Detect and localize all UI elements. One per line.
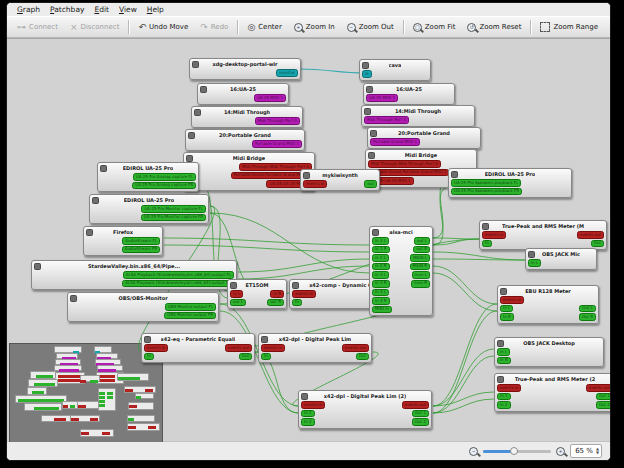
node-x42-dpl-digital-peak-lim-2[interactable]: x42-dpl - Digital Peak Lim (2)events ine… <box>298 390 432 429</box>
zoom-range-button[interactable]: Zoom Range <box>534 20 604 34</box>
spin-steppers[interactable]: ▲▼ <box>596 447 599 455</box>
port-midi[interactable]: Midi Through Port-0 <box>364 116 409 124</box>
node-collapse-icon[interactable] <box>192 61 199 68</box>
node-x42-dpl-digital-peak-lim[interactable]: x42-dpl - Digital Peak Limevents inevent… <box>258 333 372 363</box>
port-audio[interactable]: In <box>144 353 154 361</box>
port-audio[interactable]: OBS Monitor:output FL <box>165 303 216 311</box>
port-event[interactable]: events in <box>303 180 327 188</box>
node-20-portable-grand[interactable]: 20:Portable GrandPortable Grand MIDI 1 <box>185 129 305 151</box>
patchbay-canvas[interactable]: xdg-desktop-portal-wlrmonitorcavain16:UA… <box>7 38 610 442</box>
undo-move-button[interactable]: ↶Undo Move <box>132 21 194 34</box>
port-audio[interactable]: ALSA Playback [StardewValley.bin.x86_64]… <box>123 271 234 279</box>
wire[interactable] <box>433 311 497 413</box>
node-collapse-icon[interactable] <box>362 62 369 69</box>
node-collapse-icon[interactable] <box>86 229 93 236</box>
port-audio[interactable]: Out <box>356 353 369 361</box>
port-event[interactable]: events out <box>225 344 252 352</box>
port-audio[interactable]: AudioStream FR <box>122 246 160 254</box>
port-audio[interactable]: In <box>261 353 271 361</box>
node-xdg-desktop-portal-wlr[interactable]: xdg-desktop-portal-wlrmonitor <box>189 58 301 80</box>
zoom-spinbox[interactable]: 65 % ▲▼ <box>570 444 602 458</box>
port-event[interactable]: events in <box>261 344 285 352</box>
port-audio[interactable]: In 1 <box>497 393 511 401</box>
node-14-midi-through[interactable]: 14:Midi ThroughMidi Through Port-0 <box>191 106 303 128</box>
node-ebu-r128-meter[interactable]: EBU R128 Meterevents inIn LOut LIn ROut … <box>497 285 599 324</box>
node-collapse-icon[interactable] <box>92 197 99 204</box>
wire[interactable] <box>433 266 497 304</box>
node-collapse-icon[interactable] <box>186 155 193 162</box>
port-midi[interactable]: Midi Through Port-0 <box>255 117 300 125</box>
node-alsa-mci[interactable]: alsa-mciin 1 Lout Lin 1 Rout Rin 2 LMAIN… <box>369 226 433 316</box>
node-obs-obs-monitor[interactable]: OBS/OBS-MonitorOBS Monitor:output FLOBS … <box>67 292 219 322</box>
zoom-fit-button[interactable]: □Zoom Fit <box>407 21 462 34</box>
port-audio[interactable]: UA-25 Pro Analog capture FL <box>133 173 196 181</box>
node-collapse-icon[interactable] <box>194 109 201 116</box>
node-collapse-icon[interactable] <box>368 152 375 159</box>
node-collapse-icon[interactable] <box>230 282 237 289</box>
node-edirol-ua-25-pro[interactable]: EDIROL UA-25 ProUA-25 Pro Monitor captur… <box>89 194 209 224</box>
port-audio[interactable]: Out 2 <box>412 418 429 426</box>
wire[interactable] <box>433 259 525 260</box>
port-audio[interactable]: in L <box>528 259 541 267</box>
port-audio[interactable]: in 2 L <box>372 254 389 262</box>
node-16-ua-25[interactable]: 16:UA-25UA-25 MIDI 1 <box>363 83 455 105</box>
port-event[interactable]: events in <box>301 401 325 409</box>
port-midi[interactable]: Portable Grand MIDI 1 <box>252 140 302 148</box>
wire[interactable] <box>299 69 366 73</box>
port-midi[interactable]: UA-25 MIDI 1 <box>366 94 398 102</box>
port-audio[interactable]: Out 1 <box>412 410 429 418</box>
node-obs-jack-desktop[interactable]: OBS JACK Desktopin Lin R <box>494 337 604 367</box>
port-audio[interactable]: Out R <box>579 313 596 321</box>
port-event[interactable]: events in <box>497 384 521 392</box>
node-collapse-icon[interactable] <box>372 229 379 236</box>
wire[interactable] <box>433 349 494 406</box>
port-audio[interactable]: out L <box>414 237 430 245</box>
port-audio[interactable]: Out <box>591 240 604 248</box>
wire[interactable] <box>433 304 497 406</box>
port-audio[interactable]: out <box>364 180 377 188</box>
port-event[interactable]: Midi Through:Midi Through Port-0 <box>368 160 441 168</box>
port-video[interactable]: monitor <box>276 69 298 77</box>
node-true-peak-and-rms-meter-2[interactable]: True-Peak and RMS Meter (2events inevent… <box>494 373 610 412</box>
node-firefox[interactable]: FirefoxAudioStream FLAudioStream FR <box>83 226 163 256</box>
node-20-portable-grand[interactable]: 20:Portable GrandPortable Grand MIDI 1 <box>367 127 481 149</box>
node-collapse-icon[interactable] <box>261 336 268 343</box>
zoom-slider[interactable] <box>483 446 551 456</box>
node-collapse-icon[interactable] <box>366 86 373 93</box>
port-audio[interactable]: in 1 R <box>372 246 390 254</box>
port-audio[interactable]: UA-25 Pro Monitor capture FR <box>141 214 206 222</box>
node-collapse-icon[interactable] <box>188 132 195 139</box>
node-collapse-icon[interactable] <box>497 340 504 347</box>
port-audio[interactable]: in 4 L <box>372 289 389 297</box>
port-audio[interactable]: MAIN R <box>410 263 430 271</box>
node-collapse-icon[interactable] <box>482 223 489 230</box>
port-event[interactable]: Portable Grand:Portable Grand MIDI 1 <box>368 169 449 177</box>
wire[interactable] <box>433 392 494 406</box>
port-audio[interactable]: UA-25 Pro Speakers playback FL <box>451 179 521 187</box>
menu-graph[interactable]: Graph <box>12 4 45 15</box>
port-audio[interactable]: AudioStream FL <box>122 237 160 245</box>
node-collapse-icon[interactable] <box>70 295 77 302</box>
zoom-in-icon[interactable]: + <box>556 447 565 456</box>
port-audio[interactable]: in 2 R <box>372 263 390 271</box>
port-audio[interactable]: in L <box>497 348 510 356</box>
wire[interactable] <box>238 266 370 279</box>
node-collapse-icon[interactable] <box>292 282 299 289</box>
wire[interactable] <box>433 238 479 239</box>
node-collapse-icon[interactable] <box>303 172 310 179</box>
wire[interactable] <box>433 252 525 260</box>
node-collapse-icon[interactable] <box>200 86 207 93</box>
port-audio[interactable]: Out 2 <box>596 401 610 409</box>
wire[interactable] <box>433 356 494 413</box>
port-audio[interactable]: in 4 R <box>372 297 390 305</box>
node-collapse-icon[interactable] <box>500 288 507 295</box>
port-audio[interactable]: ALSA Playback [StardewValley.bin.x86_64]… <box>122 280 234 288</box>
node-collapse-icon[interactable] <box>497 376 504 383</box>
port-audio[interactable]: out R <box>267 299 284 307</box>
wire[interactable] <box>433 239 479 245</box>
node-edirol-ua-25-pro[interactable]: EDIROL UA-25 ProUA-25 Pro Speakers playb… <box>448 168 572 198</box>
port-audio[interactable]: In 2 <box>497 401 511 409</box>
port-audio[interactable]: MAIN L <box>410 254 430 262</box>
node-stardewvalley-bin-x86-64-pipe[interactable]: StardewValley.bin.x86_64/Pipe...ALSA Pla… <box>31 260 237 290</box>
port-audio[interactable]: In R <box>500 313 514 321</box>
